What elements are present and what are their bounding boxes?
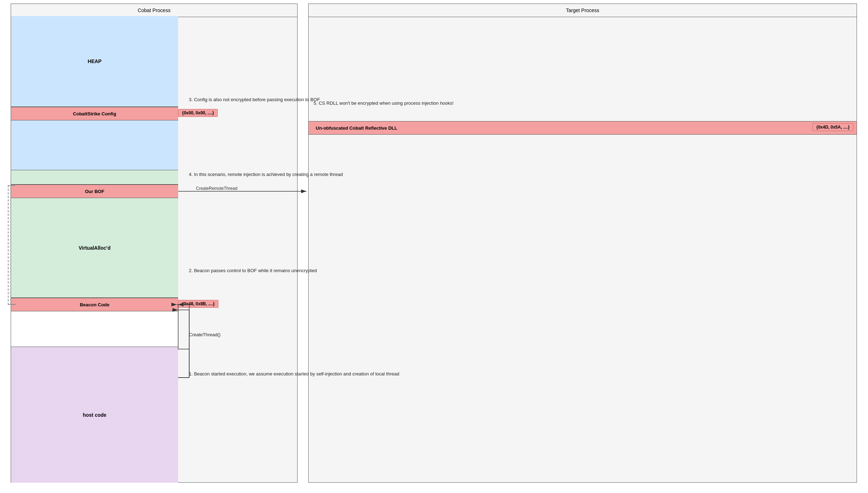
virtual-alloc-label: VirtualAlloc'd — [79, 245, 110, 251]
target-process-title: Target Process — [309, 4, 857, 17]
diagram: Cobat Process Target Process HEAP Cobalt… — [0, 0, 868, 493]
host-code-section: host code — [11, 347, 178, 483]
rdll-label: Un-obfuscated Cobalt Reflective DLL — [316, 125, 397, 131]
cobalt-process-title: Cobat Process — [11, 4, 297, 17]
beacon-code-label: Beacon Code — [80, 302, 109, 307]
rdll-section: Un-obfuscated Cobalt Reflective DLL — [309, 121, 857, 135]
blue-above-bof — [11, 120, 178, 170]
annotation-4: 4. In this scenario, remote injection is… — [189, 171, 343, 178]
rdll-value-badge: {0x4D, 0x5A, ....} — [812, 123, 853, 131]
virtual-alloc-section: VirtualAlloc'd — [11, 198, 178, 298]
green-top — [11, 170, 178, 185]
config-section: CobaltStrike Config — [11, 107, 178, 120]
create-thread-label: CreateThread() — [189, 331, 221, 339]
white-section — [11, 311, 178, 347]
config-label: CobaltStrike Config — [73, 111, 116, 116]
annotation-1: 1. Beacon started execution, we assume e… — [189, 370, 399, 378]
host-code-label: host code — [83, 412, 106, 418]
config-value-badge: {0x00, 0x00, ....} — [178, 109, 218, 117]
bof-label: Our BOF — [85, 189, 104, 194]
annotation-3: 3. Config is also not encrypted before p… — [189, 96, 320, 104]
target-process-box: Target Process — [308, 4, 857, 483]
bof-section: Our BOF — [11, 185, 178, 198]
annotation-5: 5. CS RDLL won't be encrypted when using… — [314, 100, 454, 107]
heap-label: HEAP — [88, 58, 102, 64]
beacon-value-badge: {0x48, 0x8B, ....} — [178, 300, 218, 308]
heap-section: HEAP — [11, 16, 178, 107]
beacon-code-section: Beacon Code — [11, 298, 178, 311]
annotation-2: 2. Beacon passes control to BOF while it… — [189, 267, 317, 275]
dashed-bracket — [8, 185, 15, 305]
